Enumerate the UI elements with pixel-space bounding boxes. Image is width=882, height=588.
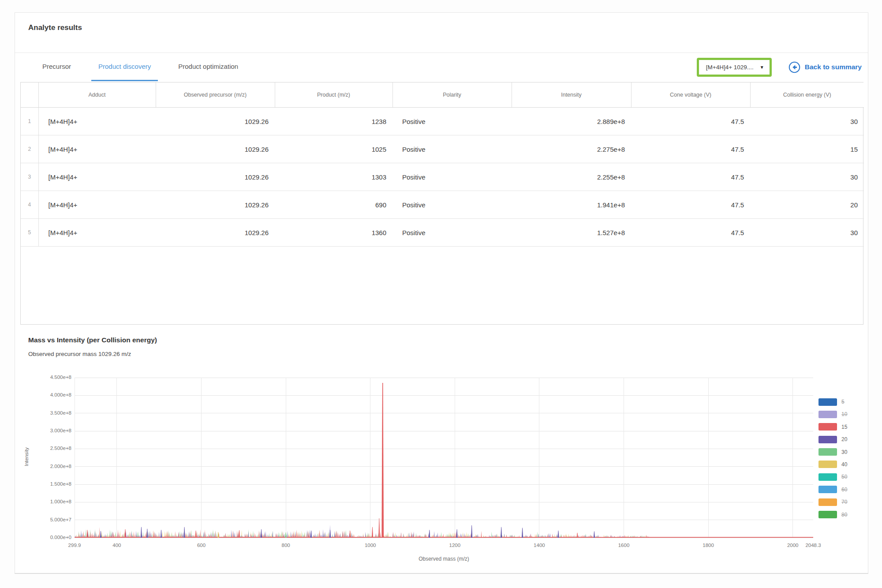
legend-item-50[interactable]: 50 bbox=[818, 472, 847, 481]
legend-item-80[interactable]: 80 bbox=[818, 510, 847, 519]
table-row[interactable]: 5[M+4H]4+1029.261360Positive1.527e+847.5… bbox=[21, 219, 864, 247]
table-row[interactable]: 2[M+4H]4+1029.261025Positive2.275e+847.5… bbox=[21, 135, 864, 163]
cell-precursor: 1029.26 bbox=[156, 135, 275, 163]
y-tick-label: 0.000e+0 bbox=[50, 535, 71, 540]
chart-legend: 5101520304050607080 bbox=[818, 397, 847, 523]
spectrum-plot[interactable] bbox=[75, 378, 813, 538]
cell-polarity: Positive bbox=[392, 191, 512, 219]
x-tick-label: 1200 bbox=[449, 543, 461, 548]
y-tick-label: 2.000e+8 bbox=[50, 464, 71, 469]
legend-label: 80 bbox=[841, 512, 847, 518]
cell-product: 1238 bbox=[275, 108, 392, 135]
column-header-rownum bbox=[21, 82, 38, 108]
cell-collision: 20 bbox=[750, 191, 864, 219]
y-tick-label: 4.000e+8 bbox=[50, 392, 71, 397]
x-tick-label: 299.9 bbox=[68, 543, 81, 548]
cell-collision: 30 bbox=[750, 108, 864, 135]
legend-item-30[interactable]: 30 bbox=[818, 448, 847, 457]
table-row[interactable]: 1[M+4H]4+1029.261238Positive2.889e+847.5… bbox=[21, 108, 864, 135]
legend-item-70[interactable]: 70 bbox=[818, 498, 847, 506]
legend-item-40[interactable]: 40 bbox=[818, 460, 847, 469]
y-axis-ticks: 0.000e+05.000e+71.000e+81.500e+82.000e+8… bbox=[32, 378, 71, 538]
legend-item-20[interactable]: 20 bbox=[818, 435, 847, 444]
tabs: PrecursorProduct discoveryProduct optimi… bbox=[35, 53, 245, 81]
chart-subtitle: Observed precursor mass 1029.26 m/z bbox=[28, 351, 131, 357]
y-tick-label: 2.500e+8 bbox=[50, 446, 71, 451]
analyte-results-panel: Analyte results PrecursorProduct discove… bbox=[15, 12, 868, 574]
y-tick-label: 1.000e+8 bbox=[50, 499, 71, 504]
legend-label: 30 bbox=[841, 449, 847, 455]
x-tick-label: 1800 bbox=[703, 543, 714, 548]
legend-label: 70 bbox=[841, 499, 847, 505]
x-tick-label: 1600 bbox=[618, 543, 630, 548]
cell-cone: 47.5 bbox=[631, 191, 750, 219]
cell-product: 690 bbox=[275, 191, 392, 219]
cell-polarity: Positive bbox=[392, 135, 512, 163]
table-row[interactable]: 3[M+4H]4+1029.261303Positive2.255e+847.5… bbox=[21, 163, 864, 191]
legend-label: 20 bbox=[841, 436, 847, 442]
legend-label: 10 bbox=[841, 411, 847, 417]
cell-intensity: 2.255e+8 bbox=[512, 163, 631, 191]
legend-item-15[interactable]: 15 bbox=[818, 423, 847, 431]
back-to-summary-button[interactable]: Back to summary bbox=[789, 61, 862, 73]
table-header-row: AdductObserved precursor (m/z)Product (m… bbox=[21, 82, 864, 108]
x-tick-label: 600 bbox=[197, 543, 206, 548]
legend-swatch bbox=[818, 461, 837, 468]
column-header-product[interactable]: Product (m/z) bbox=[275, 82, 392, 108]
cell-cone: 47.5 bbox=[631, 108, 750, 135]
legend-item-5[interactable]: 5 bbox=[818, 397, 847, 406]
column-header-intensity[interactable]: Intensity bbox=[512, 82, 631, 108]
legend-swatch bbox=[818, 473, 837, 481]
cell-polarity: Positive bbox=[392, 219, 512, 247]
legend-swatch bbox=[818, 398, 837, 406]
cell-cone: 47.5 bbox=[631, 219, 750, 247]
tab-precursor[interactable]: Precursor bbox=[35, 53, 78, 81]
tab-product-discovery[interactable]: Product discovery bbox=[91, 53, 158, 81]
cell-collision: 15 bbox=[750, 135, 864, 163]
legend-item-10[interactable]: 10 bbox=[818, 410, 847, 419]
adduct-dropdown[interactable]: [M+4H]4+ 1029.... ▼ bbox=[699, 60, 770, 75]
cell-polarity: Positive bbox=[392, 163, 512, 191]
cell-adduct: [M+4H]4+ bbox=[38, 163, 156, 191]
cell-intensity: 2.275e+8 bbox=[512, 135, 631, 163]
cell-adduct: [M+4H]4+ bbox=[38, 219, 156, 247]
cell-precursor: 1029.26 bbox=[156, 163, 275, 191]
y-tick-label: 3.500e+8 bbox=[50, 410, 71, 416]
column-header-cone[interactable]: Cone voltage (V) bbox=[631, 82, 750, 108]
x-tick-label: 2048.3 bbox=[805, 543, 821, 548]
column-header-polarity[interactable]: Polarity bbox=[392, 82, 512, 108]
x-axis-title: Observed mass (m/z) bbox=[75, 556, 813, 562]
cell-precursor: 1029.26 bbox=[156, 108, 275, 135]
column-header-precursor[interactable]: Observed precursor (m/z) bbox=[156, 82, 275, 108]
legend-label: 40 bbox=[841, 461, 847, 468]
x-tick-label: 800 bbox=[282, 543, 290, 548]
cell-intensity: 1.941e+8 bbox=[512, 191, 631, 219]
x-tick-label: 2000 bbox=[787, 543, 799, 548]
cell-intensity: 2.889e+8 bbox=[512, 108, 631, 135]
tab-product-optimization[interactable]: Product optimization bbox=[171, 53, 245, 81]
legend-swatch bbox=[818, 498, 837, 506]
cell-intensity: 1.527e+8 bbox=[512, 219, 631, 247]
row-number: 4 bbox=[21, 191, 38, 219]
column-header-collision[interactable]: Collision energy (V) bbox=[750, 82, 864, 108]
cell-product: 1303 bbox=[275, 163, 392, 191]
chart-title: Mass vs Intensity (per Collision energy) bbox=[28, 336, 157, 344]
legend-swatch bbox=[818, 423, 837, 431]
x-tick-label: 400 bbox=[112, 543, 121, 548]
column-header-adduct[interactable]: Adduct bbox=[38, 82, 156, 108]
legend-swatch bbox=[818, 411, 837, 418]
legend-swatch bbox=[818, 448, 837, 456]
legend-item-60[interactable]: 60 bbox=[818, 485, 847, 494]
y-tick-label: 3.000e+8 bbox=[50, 428, 71, 433]
y-tick-label: 4.500e+8 bbox=[50, 375, 71, 380]
y-axis-title: Intensity bbox=[24, 426, 29, 488]
legend-label: 60 bbox=[841, 487, 847, 493]
row-number: 5 bbox=[21, 219, 38, 247]
table-row[interactable]: 4[M+4H]4+1029.26690Positive1.941e+847.52… bbox=[21, 191, 864, 219]
legend-label: 50 bbox=[841, 474, 847, 480]
analyte-results-page: Analyte results PrecursorProduct discove… bbox=[0, 0, 882, 588]
x-tick-label: 1400 bbox=[534, 543, 545, 548]
page-title: Analyte results bbox=[28, 23, 82, 32]
results-table-container: AdductObserved precursor (m/z)Product (m… bbox=[20, 82, 863, 325]
adduct-dropdown-highlight-box: [M+4H]4+ 1029.... ▼ bbox=[697, 58, 772, 77]
